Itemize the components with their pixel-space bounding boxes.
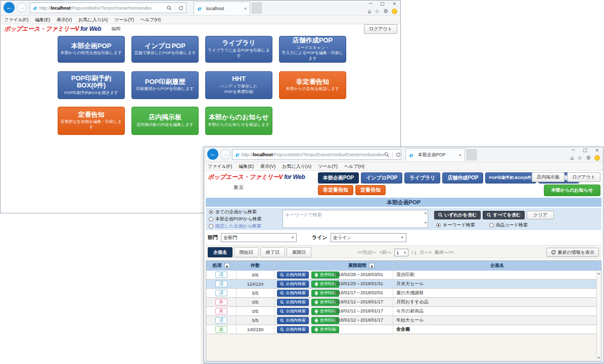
- tile-honbu-kikaku-pop[interactable]: 本部企画POP 本部からの特売企画を印刷します: [58, 36, 125, 63]
- tile-hht[interactable]: HHT ハンディで保存した POPを再度印刷: [205, 71, 272, 99]
- radio-icon[interactable]: [209, 217, 213, 221]
- search-in-plan-button[interactable]: 企画内検索: [277, 281, 309, 288]
- clear-button[interactable]: クリア: [527, 211, 554, 219]
- table-row[interactable]: 済 6/6 企画内検索 全件印刷 2018/02/28～2018/03/01 混…: [206, 270, 601, 280]
- nav-hiteiban-kokuchi[interactable]: 非定番告知: [318, 185, 353, 195]
- page-first-link[interactable]: <<先頭へ: [357, 249, 377, 256]
- mode-keyword[interactable]: キーワード検索: [436, 222, 475, 229]
- nav-impro-pop[interactable]: インプロPOP: [361, 172, 402, 184]
- scroll-up-icon[interactable]: [597, 272, 600, 275]
- sort-asc-button[interactable]: ▲: [369, 263, 375, 268]
- tab-close-icon[interactable]: ×: [244, 6, 247, 11]
- search-in-plan-button[interactable]: 企画内検索: [277, 299, 309, 306]
- scope-option-all[interactable]: 全ての企画から検索: [209, 209, 261, 215]
- nav-print-reserve-box[interactable]: POP印刷予約 BOX(0件): [485, 172, 536, 184]
- menu-edit[interactable]: 編集(E): [35, 17, 50, 23]
- table-row[interactable]: 済 5/5 企画内検索 全件印刷 2018/01/17～2018/02/01 夏…: [206, 289, 601, 298]
- tab-plan-name[interactable]: 企画名: [208, 247, 233, 257]
- menu-favorites[interactable]: お気に入り(A): [282, 163, 311, 170]
- maximize-button[interactable]: □: [380, 1, 385, 6]
- dept-select[interactable]: 全部門 ▼: [221, 233, 297, 242]
- refresh-button[interactable]: 最新の情報を表示: [546, 248, 599, 257]
- refresh-icon[interactable]: [396, 152, 401, 157]
- logout-button[interactable]: ログアウト: [567, 172, 600, 182]
- table-row[interactable]: 未 0/5 企画内検索 全件印刷 2018/01/12～2018/01/17 月…: [206, 298, 601, 307]
- tab-start-date[interactable]: 開始日: [234, 247, 259, 257]
- new-tab-button[interactable]: [252, 3, 262, 14]
- browser-tab[interactable]: e localhost ×: [194, 2, 250, 15]
- tile-tennai-keijiban[interactable]: 店内掲示板 店内掲示板の内容を編集します: [131, 107, 199, 135]
- nav-tenpo-sakusei-pop[interactable]: 店舗作成POP: [442, 172, 483, 184]
- line-select[interactable]: 全ライン ▼: [331, 233, 406, 242]
- table-row[interactable]: 途 140/150 企画内検索 全件印刷 全企画: [206, 325, 601, 334]
- search-in-plan-button[interactable]: 企画内検索: [277, 271, 309, 279]
- mode-product-code[interactable]: 商品コード検索: [489, 222, 528, 229]
- menu-help[interactable]: ヘルプ(H): [141, 17, 161, 23]
- radio-icon[interactable]: [209, 224, 213, 229]
- settings-icon[interactable]: ⚙: [586, 155, 591, 161]
- menu-view[interactable]: 表示(V): [260, 163, 275, 170]
- table-row[interactable]: 済 5/5 企画内検索 全件印刷 2018/01/12～2018/01/17 年…: [206, 316, 601, 325]
- nav-library[interactable]: ライブラリ: [404, 172, 440, 184]
- minimize-button[interactable]: ─: [572, 148, 575, 153]
- close-button[interactable]: ×: [595, 148, 599, 153]
- page-prev-link[interactable]: <前へ: [380, 249, 391, 256]
- browser-back-button[interactable]: ←: [4, 2, 15, 13]
- search-in-plan-button[interactable]: 企画内検索: [277, 308, 309, 315]
- page-next-link[interactable]: 次へ>: [420, 249, 431, 256]
- search-all-button[interactable]: すべてを含む: [483, 211, 525, 219]
- table-row[interactable]: 済 124/124 企画内検索 全件印刷 2018/01/25～2018/01/…: [206, 280, 601, 289]
- tab-deploy-date[interactable]: 展開日: [287, 247, 311, 257]
- scope-option-specified[interactable]: 指定した企画から検索: [209, 223, 261, 230]
- browser-tab[interactable]: e 本部企画POP ×: [405, 148, 465, 161]
- table-row[interactable]: 未 0/5 企画内検索 全件印刷 2018/01/12～2018/01/17 今…: [206, 307, 601, 316]
- radio-icon[interactable]: [436, 223, 441, 228]
- address-bar[interactable]: e http://localhost/PopAceWebV/Tenpo/Home…: [30, 3, 187, 13]
- tile-library[interactable]: ライブラリ ライブラリにあるPOPを印刷します: [205, 36, 272, 63]
- tile-teiban-kokuchi[interactable]: 定番告知 定番的な告知物を編集・印刷します: [58, 107, 125, 135]
- radio-icon[interactable]: [489, 223, 494, 228]
- keyword-input[interactable]: [283, 210, 428, 228]
- browser-forward-button[interactable]: →: [220, 149, 230, 159]
- sort-asc-button[interactable]: ▲: [224, 263, 230, 268]
- menu-file[interactable]: ファイル(F): [4, 17, 28, 23]
- tile-hiteiban-kokuchi[interactable]: 非定番告知 本部からの告知を確認します: [279, 71, 346, 99]
- home-icon[interactable]: ⌂: [570, 155, 574, 161]
- tile-impro-pop[interactable]: インプロPOP 店舗で保存したPOPを印刷します: [131, 36, 199, 63]
- tile-honbu-oshirase[interactable]: 本部からのお知らせ 本部からのお知らせを確認します: [205, 107, 272, 135]
- tab-close-icon[interactable]: ×: [459, 153, 461, 158]
- search-in-plan-button[interactable]: 企画内検索: [277, 317, 309, 324]
- tab-end-date[interactable]: 終了日: [260, 247, 285, 257]
- scroll-down-icon[interactable]: [597, 357, 600, 359]
- search-in-plan-button[interactable]: 企画内検索: [277, 326, 309, 333]
- tile-print-reserve-box[interactable]: POP印刷予約 BOX(0件) POP印刷予約BOXを開きます: [58, 71, 125, 99]
- table-scrollbar[interactable]: [596, 270, 601, 361]
- maximize-button[interactable]: □: [583, 148, 587, 153]
- menu-help[interactable]: ヘルプ(H): [344, 163, 364, 170]
- nav-honbu-kikaku-pop[interactable]: 本部企画POP: [318, 172, 359, 184]
- page-select[interactable]: 1 ▼: [394, 249, 408, 256]
- radio-icon[interactable]: [209, 210, 213, 214]
- favorites-icon[interactable]: ☆: [577, 155, 582, 161]
- search-any-button[interactable]: いずれかを含む: [434, 211, 481, 219]
- menu-tools[interactable]: ツール(T): [318, 163, 338, 170]
- logout-button[interactable]: ログアウト: [364, 24, 397, 34]
- menu-view[interactable]: 表示(V): [57, 17, 72, 23]
- close-button[interactable]: ×: [392, 1, 396, 6]
- scope-option-honbu[interactable]: 本部企画POPから検索: [209, 216, 261, 222]
- browser-back-button[interactable]: ←: [207, 149, 218, 160]
- textarea-scroll-arrows[interactable]: [424, 212, 427, 224]
- search-icon[interactable]: [384, 152, 389, 157]
- nav-teiban-kokuchi[interactable]: 定番告知: [355, 185, 386, 195]
- menu-tools[interactable]: ツール(T): [114, 17, 134, 23]
- refresh-icon[interactable]: [178, 6, 183, 11]
- settings-icon[interactable]: ⚙: [383, 8, 388, 15]
- notice-button[interactable]: 本部からのお知らせ: [544, 185, 600, 196]
- board-button[interactable]: 店内掲示板: [532, 172, 565, 182]
- browser-forward-button[interactable]: →: [17, 3, 27, 13]
- favorites-icon[interactable]: ☆: [375, 8, 380, 15]
- minimize-button[interactable]: ─: [369, 1, 372, 6]
- home-icon[interactable]: ⌂: [367, 8, 371, 15]
- tile-print-history[interactable]: POP印刷履歴 印刷履歴からPOPを印刷します: [131, 71, 199, 99]
- search-icon[interactable]: [167, 6, 172, 11]
